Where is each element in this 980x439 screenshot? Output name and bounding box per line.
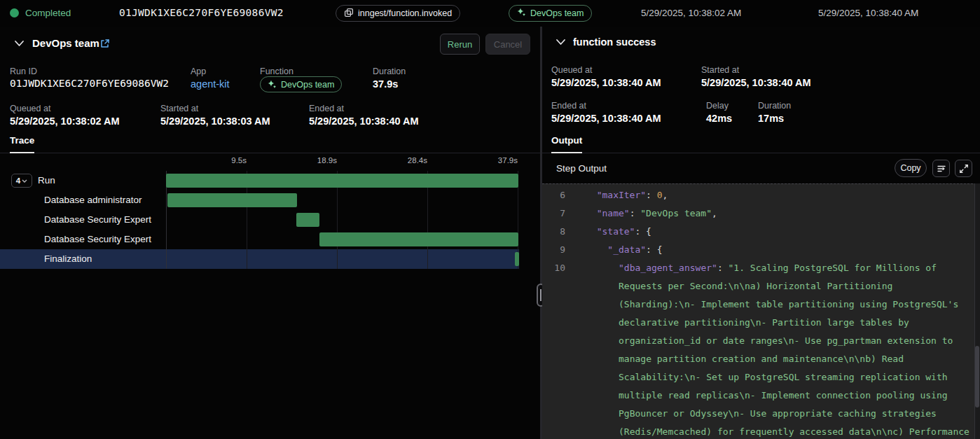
trace-row[interactable]: Database administrator bbox=[0, 190, 540, 210]
app-label: App bbox=[191, 67, 206, 76]
trace-row-label: Finalization bbox=[44, 253, 92, 264]
trace-row-label: Database Security Expert bbox=[44, 214, 151, 225]
code-scrollbar[interactable] bbox=[974, 183, 980, 439]
ended-at-label: Ended at bbox=[309, 104, 344, 113]
token-p: : { bbox=[635, 226, 651, 237]
word-wrap-icon bbox=[937, 164, 946, 174]
step-title: function success bbox=[573, 36, 656, 48]
trace-span-bar[interactable] bbox=[319, 232, 518, 246]
child-count: 4 bbox=[16, 176, 20, 185]
token-key: "_data" bbox=[607, 244, 646, 255]
trace-row[interactable]: 4Run bbox=[0, 171, 540, 190]
trace-row[interactable]: Database Security Expert bbox=[0, 230, 540, 249]
trace-span-bar[interactable] bbox=[166, 174, 518, 188]
started-at-value: 5/29/2025, 10:38:03 AM bbox=[160, 116, 270, 127]
token-key: "dba_agent_answer" bbox=[619, 263, 717, 273]
top-status-bar: Completed 01JWDK1XE6C270F6YE69086VW2 inn… bbox=[0, 0, 980, 27]
code-line: 9 "_data": { bbox=[542, 241, 980, 259]
run-id-value: 01JWDK1XE6C270F6YE69086VW2 bbox=[10, 78, 169, 89]
trace-row-label: Database administrator bbox=[44, 195, 142, 205]
rerun-button-label: Rerun bbox=[448, 39, 472, 50]
step-started-value: 5/29/2025, 10:38:40 AM bbox=[701, 77, 811, 88]
token-key: "state" bbox=[597, 226, 635, 237]
code-content: "dba_agent_answer": "1. Scaling PostgreS… bbox=[586, 259, 973, 439]
app-link[interactable]: agent-kit bbox=[191, 78, 230, 90]
function-label: Function bbox=[260, 67, 294, 76]
event-badge[interactable]: inngest/function.invoked bbox=[336, 5, 460, 22]
step-started-label: Started at bbox=[701, 65, 739, 75]
child-count-dropdown[interactable]: 4 bbox=[11, 174, 32, 188]
step-output-code[interactable]: 6 "maxIter": 0,7 "name": "DevOps team",8… bbox=[542, 183, 980, 439]
copy-button[interactable]: Copy bbox=[895, 159, 927, 177]
rerun-button[interactable]: Rerun bbox=[440, 34, 480, 55]
trace-span-bar[interactable] bbox=[515, 252, 519, 266]
word-wrap-button[interactable] bbox=[932, 160, 950, 177]
trace-row-label: Database Security Expert bbox=[44, 234, 151, 244]
trace-rows: 4RunDatabase administratorDatabase Secur… bbox=[0, 171, 540, 269]
right-tabbar: Output bbox=[542, 133, 980, 153]
trace-row[interactable]: Database Security Expert bbox=[0, 210, 540, 230]
line-number: 6 bbox=[542, 186, 565, 204]
run-details-panel: DevOps team Rerun Cancel Run ID 01JWDK1X… bbox=[0, 27, 540, 439]
token-p: : bbox=[630, 208, 641, 218]
token-key: "name" bbox=[597, 208, 630, 218]
step-queued-label: Queued at bbox=[551, 65, 592, 75]
step-ended-value: 5/29/2025, 10:38:40 AM bbox=[551, 113, 661, 124]
code-line: 8 "state": { bbox=[542, 223, 980, 241]
sparkle-icon bbox=[268, 80, 277, 89]
chevron-down-icon bbox=[22, 179, 27, 183]
step-output-header: Step Output Copy bbox=[542, 153, 980, 183]
left-tabbar: Trace bbox=[0, 133, 540, 153]
status-dot-icon bbox=[10, 8, 19, 18]
topbar-ended-at: 5/29/2025, 10:38:40 AM bbox=[818, 8, 918, 18]
cancel-button-label: Cancel bbox=[494, 39, 522, 50]
cancel-button[interactable]: Cancel bbox=[485, 34, 530, 55]
token-p: : bbox=[717, 263, 729, 273]
expand-button[interactable] bbox=[955, 160, 972, 177]
token-str: "1. Scaling PostgreSQL for Millions of R… bbox=[619, 263, 975, 439]
trace-row[interactable]: Finalization bbox=[0, 249, 540, 269]
step-duration-label: Duration bbox=[758, 101, 791, 111]
collapse-run-chevron-icon[interactable] bbox=[14, 39, 25, 50]
code-line: 10"dba_agent_answer": "1. Scaling Postgr… bbox=[542, 259, 980, 439]
code-line: 6 "maxIter": 0, bbox=[542, 186, 980, 204]
timeline-tick-label: 18.9s bbox=[317, 156, 337, 165]
code-content: "name": "DevOps team", bbox=[586, 204, 973, 223]
token-str: "DevOps team" bbox=[640, 208, 712, 218]
tab-trace[interactable]: Trace bbox=[10, 135, 34, 153]
trace-span-bar[interactable] bbox=[167, 193, 297, 207]
tab-output[interactable]: Output bbox=[551, 135, 582, 153]
line-number: 10 bbox=[542, 259, 565, 439]
token-num: 0 bbox=[657, 190, 663, 200]
token-p: : { bbox=[646, 244, 662, 255]
step-ended-label: Ended at bbox=[551, 101, 586, 111]
run-status: Completed bbox=[25, 8, 71, 18]
step-delay-value: 42ms bbox=[706, 113, 732, 124]
code-scrollbar-thumb[interactable] bbox=[975, 346, 979, 407]
code-content: "state": { bbox=[586, 223, 973, 241]
token-key: "maxIter" bbox=[597, 190, 646, 200]
code-content: "_data": { bbox=[586, 241, 973, 259]
step-delay-label: Delay bbox=[706, 101, 729, 111]
queued-at-value: 5/29/2025, 10:38:02 AM bbox=[10, 116, 120, 127]
function-badge-label: DevOps team bbox=[281, 80, 334, 90]
topbar-function-badge-label: DevOps team bbox=[530, 8, 584, 18]
sparkle-icon bbox=[517, 8, 526, 19]
code-line: 7 "name": "DevOps team", bbox=[542, 204, 980, 223]
function-badge[interactable]: DevOps team bbox=[260, 76, 342, 92]
external-link-icon[interactable] bbox=[99, 39, 110, 51]
event-icon bbox=[344, 8, 354, 20]
timeline-tick-label: 9.5s bbox=[231, 156, 247, 165]
run-id-label: Run ID bbox=[10, 67, 37, 76]
run-title: DevOps team bbox=[32, 37, 99, 49]
trace-span-bar[interactable] bbox=[296, 213, 319, 227]
trace-row-label: Run bbox=[38, 175, 55, 186]
token-p: : bbox=[646, 190, 657, 200]
timeline-tick-label: 28.4s bbox=[408, 156, 427, 165]
line-number: 7 bbox=[542, 204, 565, 223]
code-content: "maxIter": 0, bbox=[586, 186, 973, 204]
line-number: 9 bbox=[542, 241, 565, 259]
queued-at-label: Queued at bbox=[10, 104, 50, 113]
topbar-function-badge[interactable]: DevOps team bbox=[509, 5, 592, 22]
collapse-step-chevron-icon[interactable] bbox=[555, 38, 566, 48]
